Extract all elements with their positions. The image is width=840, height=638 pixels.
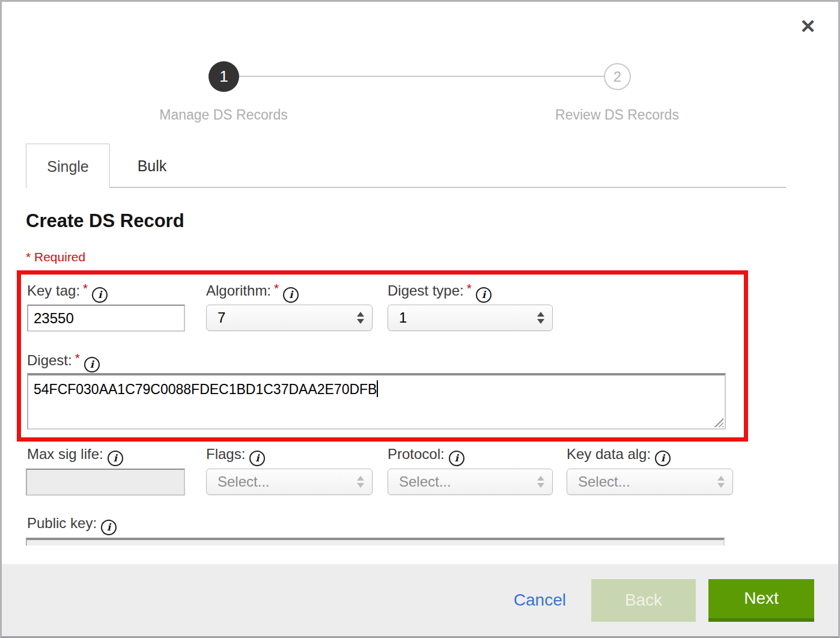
- key-data-alg-label-text: Key data alg:: [567, 446, 651, 462]
- algorithm-info-icon[interactable]: i: [283, 287, 299, 303]
- digest-type-select[interactable]: 1: [388, 305, 553, 331]
- max-sig-life-info-icon[interactable]: i: [108, 451, 123, 466]
- tab-bulk[interactable]: Bulk: [110, 144, 194, 188]
- digest-info-icon[interactable]: i: [84, 357, 100, 372]
- algorithm-required-asterisk: *: [274, 281, 279, 295]
- digest-required-asterisk: *: [75, 351, 80, 365]
- algorithm-label-text: Algorithm:: [206, 282, 271, 299]
- back-button[interactable]: Back: [591, 579, 696, 622]
- step-2-label: Review DS Records: [555, 107, 679, 123]
- stepper-connector-line: [224, 76, 618, 77]
- key-data-alg-selected-value: Select...: [567, 469, 732, 494]
- select-arrows-icon: [717, 476, 725, 488]
- flags-info-icon[interactable]: i: [249, 451, 265, 466]
- step-2-indicator: 2: [604, 63, 631, 90]
- protocol-label: Protocol:i: [388, 446, 464, 464]
- algorithm-selected-value: 7: [207, 305, 372, 330]
- digest-textarea[interactable]: 54FCF030AA1C79C0088FDEC1BD1C37DAA2E70DFB: [27, 373, 726, 430]
- flags-selected-value: Select...: [207, 469, 372, 494]
- algorithm-select[interactable]: 7: [206, 305, 373, 331]
- flags-label-text: Flags:: [206, 446, 245, 462]
- key-data-alg-select[interactable]: Select...: [567, 469, 733, 495]
- text-cursor: [377, 380, 378, 397]
- resize-handle[interactable]: [714, 418, 723, 427]
- step-1-label: Manage DS Records: [159, 107, 288, 123]
- public-key-info-icon[interactable]: i: [101, 520, 117, 535]
- public-key-label: Public key:i: [27, 515, 117, 533]
- key-data-alg-info-icon[interactable]: i: [655, 451, 671, 466]
- protocol-selected-value: Select...: [388, 469, 552, 494]
- key-tag-label-text: Key tag:: [27, 282, 80, 299]
- protocol-select[interactable]: Select...: [388, 469, 553, 495]
- select-arrows-icon: [357, 476, 364, 488]
- max-sig-life-label-text: Max sig life:: [27, 446, 103, 462]
- key-tag-required-asterisk: *: [83, 281, 88, 295]
- next-button[interactable]: Next: [708, 579, 814, 622]
- max-sig-life-input[interactable]: [26, 469, 185, 496]
- key-tag-value: 23550: [34, 310, 74, 327]
- algorithm-label: Algorithm:*i: [206, 281, 299, 299]
- digest-type-info-icon[interactable]: i: [476, 287, 492, 303]
- select-arrows-icon: [537, 312, 544, 324]
- digest-type-label-text: Digest type:: [388, 282, 464, 299]
- digest-type-selected-value: 1: [388, 305, 552, 330]
- step-1-indicator: 1: [208, 61, 239, 92]
- flags-label: Flags:i: [206, 446, 265, 464]
- public-key-textarea[interactable]: [26, 538, 725, 545]
- select-arrows-icon: [537, 476, 544, 488]
- key-tag-label: Key tag:*i: [27, 281, 108, 299]
- digest-type-label: Digest type:*i: [388, 281, 492, 299]
- cancel-button[interactable]: Cancel: [514, 591, 566, 610]
- digest-label: Digest:*i: [27, 351, 100, 369]
- digest-type-required-asterisk: *: [467, 281, 472, 295]
- max-sig-life-label: Max sig life:i: [27, 446, 123, 464]
- tab-single[interactable]: Single: [26, 144, 110, 188]
- key-tag-info-icon[interactable]: i: [92, 287, 108, 303]
- public-key-label-text: Public key:: [27, 515, 97, 531]
- key-tag-input[interactable]: 23550: [27, 305, 185, 332]
- close-icon[interactable]: ✕: [800, 17, 816, 36]
- required-note: * Required: [26, 250, 85, 264]
- select-arrows-icon: [357, 312, 364, 324]
- protocol-label-text: Protocol:: [388, 446, 445, 462]
- protocol-info-icon[interactable]: i: [449, 451, 464, 466]
- dialog-footer: Cancel Back Next: [2, 564, 838, 636]
- digest-label-text: Digest:: [27, 352, 72, 368]
- digest-value: 54FCF030AA1C79C0088FDEC1BD1C37DAA2E70DFB: [34, 381, 377, 397]
- tab-divider-line: [110, 187, 786, 188]
- page-title: Create DS Record: [26, 210, 184, 232]
- key-data-alg-label: Key data alg:i: [567, 446, 671, 464]
- flags-select[interactable]: Select...: [206, 469, 373, 495]
